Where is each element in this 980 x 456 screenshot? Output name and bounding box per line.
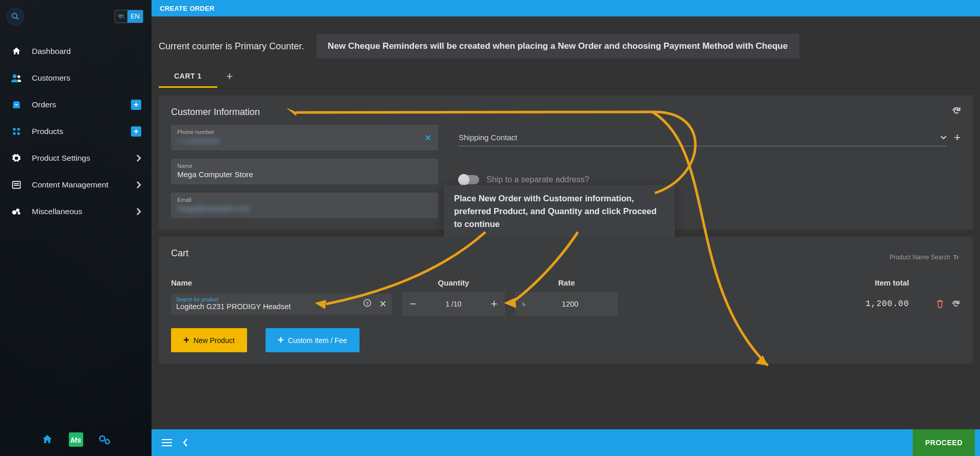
info-banner: New Cheque Reminders will be created whe… — [316, 34, 799, 59]
svg-point-17 — [100, 436, 105, 441]
sidebar-nav: Dashboard Customers Orders + Products + … — [0, 31, 152, 225]
home-shortcut-icon[interactable] — [40, 432, 54, 447]
panel-title: Cart — [171, 248, 189, 259]
svg-point-2 — [13, 74, 16, 78]
sidebar-item-miscellaneous[interactable]: Miscellaneous — [0, 198, 152, 225]
sidebar-item-orders[interactable]: Orders + — [0, 91, 152, 118]
search-value: Logitech G231 PRODIGY Headset — [176, 302, 387, 311]
svg-rect-4 — [15, 104, 18, 105]
customers-icon — [10, 72, 23, 84]
svg-point-3 — [17, 75, 21, 79]
sidebar-item-label: Product Settings — [32, 154, 90, 163]
product-name-search-toggle[interactable]: Product Name Search Tr — [890, 254, 960, 261]
refresh-button[interactable] — [951, 106, 962, 116]
delete-row-button[interactable] — [936, 299, 944, 309]
sidebar-item-product-settings[interactable]: Product Settings — [0, 145, 152, 172]
products-add-button[interactable]: + — [131, 126, 141, 137]
phone-field[interactable]: Phone number ০১৭xxxxxxxx × — [171, 125, 438, 150]
svg-point-18 — [105, 440, 109, 444]
orders-add-button[interactable]: + — [131, 100, 141, 110]
content: Current counter is Primary Counter. New … — [152, 16, 980, 429]
customer-info-panel: Customer Information Phone number ০১৭xxx… — [159, 96, 973, 230]
tab-add-button[interactable]: + — [217, 70, 242, 83]
ship-toggle-label: Ship to a separate address? — [486, 175, 589, 184]
footer-bar: PROCEED — [152, 429, 980, 456]
svg-rect-6 — [17, 128, 20, 130]
email-field[interactable]: Email mega@example.com — [171, 193, 438, 218]
sidebar-item-dashboard[interactable]: Dashboard — [0, 38, 152, 65]
sidebar-search-button[interactable] — [6, 7, 25, 26]
cart-panel: Cart Product Name Search Tr Name Quantit… — [159, 237, 973, 364]
svg-text:Ms: Ms — [70, 435, 81, 444]
sidebar: বাং EN Dashboard Customers Orders + Prod… — [0, 0, 152, 456]
svg-text:Tr: Tr — [953, 254, 959, 260]
ms-logo-icon[interactable]: Ms — [69, 432, 83, 447]
field-value: ০১৭xxxxxxxx — [177, 135, 432, 145]
search-label: Search for product — [176, 297, 387, 302]
qty-decrease-button[interactable]: − — [402, 297, 424, 311]
item-total: 1,200.00 — [628, 299, 909, 309]
svg-text:?: ? — [366, 300, 369, 306]
home-icon — [10, 45, 23, 58]
chevron-right-icon — [136, 207, 141, 216]
orders-icon — [10, 99, 23, 111]
cart-tabs: CART 1 + — [152, 59, 980, 88]
panel-title: Customer Information — [171, 107, 960, 118]
custom-item-button[interactable]: + Custom Item / Fee — [266, 328, 360, 352]
add-shipping-contact-button[interactable]: + — [954, 131, 960, 144]
shipping-contact-select[interactable]: Shipping Contact — [459, 129, 947, 146]
text-icon: Tr — [953, 254, 960, 261]
currency-icon: ৳ — [522, 299, 525, 309]
language-switch[interactable]: বাং EN — [115, 10, 143, 23]
topbar: CREATE ORDER — [152, 0, 980, 16]
annotation-tooltip: Place New Order with Customer informatio… — [444, 185, 675, 237]
col-name: Name — [171, 278, 392, 287]
tab-cart-1[interactable]: CART 1 — [159, 65, 217, 88]
settings-shortcut-icon[interactable] — [98, 432, 112, 447]
sidebar-item-products[interactable]: Products + — [0, 118, 152, 145]
cart-row: Search for product Logitech G231 PRODIGY… — [171, 292, 960, 316]
svg-point-12 — [12, 211, 16, 215]
refresh-row-button[interactable] — [951, 299, 960, 309]
rate-input[interactable]: ৳ 1200 — [515, 292, 618, 316]
sidebar-item-label: Customers — [32, 73, 70, 83]
page-title: CREATE ORDER — [160, 5, 215, 12]
shipping-contact-label: Shipping Contact — [459, 133, 940, 142]
svg-rect-8 — [17, 132, 20, 135]
chevron-right-icon — [136, 181, 141, 189]
col-qty: Quantity — [402, 278, 505, 287]
caret-down-icon — [940, 136, 947, 140]
product-search-input[interactable]: Search for product Logitech G231 PRODIGY… — [171, 294, 392, 315]
plus-icon: + — [278, 334, 284, 346]
sidebar-item-content-management[interactable]: Content Management — [0, 172, 152, 198]
chevron-right-icon — [136, 154, 141, 162]
qty-value: 1 /10 — [424, 300, 483, 308]
qty-increase-button[interactable]: + — [483, 297, 505, 311]
sidebar-item-label: Content Management — [32, 180, 108, 189]
clear-search-button[interactable]: ✕ — [379, 298, 387, 310]
sidebar-item-customers[interactable]: Customers — [0, 65, 152, 91]
new-product-button[interactable]: + New Product — [171, 328, 247, 352]
field-value: mega@example.com — [177, 203, 432, 213]
lang-en[interactable]: EN — [127, 10, 143, 23]
menu-button[interactable] — [157, 435, 177, 450]
misc-icon — [10, 205, 23, 218]
proceed-button[interactable]: PROCEED — [913, 429, 975, 456]
field-label: Name — [177, 163, 432, 169]
svg-rect-5 — [13, 128, 15, 130]
search-icon — [11, 12, 20, 21]
field-value: Mega Computer Store — [177, 169, 432, 179]
svg-point-14 — [18, 212, 21, 215]
back-button[interactable] — [177, 435, 194, 450]
clear-phone-button[interactable]: × — [425, 132, 431, 144]
lang-bn[interactable]: বাং — [115, 10, 127, 23]
gear-icon — [10, 152, 23, 164]
ship-separate-toggle[interactable] — [459, 175, 479, 184]
sidebar-item-label: Orders — [32, 100, 56, 109]
products-icon — [10, 125, 23, 138]
sidebar-bottom: Ms — [0, 423, 152, 456]
plus-icon: + — [183, 334, 190, 346]
svg-rect-7 — [13, 132, 15, 135]
help-icon[interactable]: ? — [363, 298, 372, 310]
name-field[interactable]: Name Mega Computer Store — [171, 159, 438, 184]
